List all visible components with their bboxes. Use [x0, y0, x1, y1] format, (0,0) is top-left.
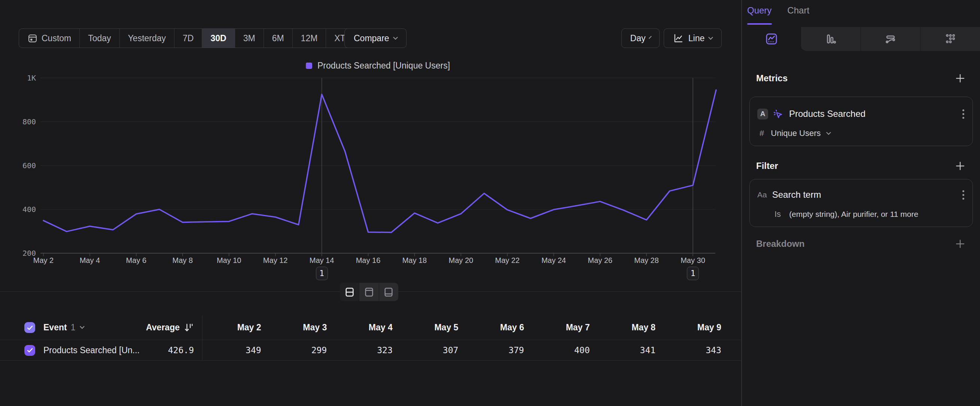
filter-operator[interactable]: Is — [775, 209, 781, 219]
chevron-down-icon — [393, 35, 398, 40]
check-icon — [27, 347, 33, 353]
cell-value: 379 — [465, 340, 531, 360]
plus-icon — [955, 238, 966, 250]
tab-chart[interactable]: Chart — [787, 5, 809, 16]
event-cursor-icon — [772, 108, 784, 120]
column-header: May 3 — [268, 315, 334, 340]
breakdown-section-header: Breakdown — [756, 238, 966, 250]
layout-split-button[interactable] — [340, 283, 360, 301]
metric-card[interactable]: A Products Searched # Unique Users — [749, 97, 973, 146]
average-column-header: Average — [146, 322, 180, 333]
chart-type-tabs — [742, 27, 980, 51]
layout-table-only-icon — [383, 287, 394, 298]
x-axis-tick: May 26 — [579, 256, 620, 265]
chevron-down-icon — [649, 36, 652, 38]
main-chart-area: Custom Today Yesterday 7D 30D 3M 6M 12M … — [0, 0, 741, 406]
metric-name: Products Searched — [789, 108, 865, 119]
range-7d-button[interactable]: 7D — [175, 29, 202, 48]
annotation-marker[interactable]: 1 — [687, 267, 699, 280]
x-axis-tick: May 6 — [116, 256, 157, 265]
x-axis-tick: May 10 — [208, 256, 250, 265]
column-header: May 2 — [202, 315, 268, 340]
layout-table-only-button[interactable] — [379, 283, 398, 301]
tab-bar-chart[interactable] — [801, 27, 861, 51]
tab-retention[interactable] — [920, 27, 980, 51]
compare-button[interactable]: Compare — [344, 29, 407, 48]
add-breakdown-button[interactable] — [955, 238, 966, 250]
filter-card[interactable]: Aa Search term Is (empty string), Air pu… — [749, 179, 973, 227]
chart-type-button[interactable]: Line — [664, 29, 722, 48]
x-axis-tick: May 30 — [672, 256, 713, 265]
range-12m-button[interactable]: 12M — [293, 29, 326, 48]
layout-toggle-group — [340, 283, 398, 301]
cell-value: 299 — [268, 340, 334, 360]
column-header: May 6 — [465, 315, 531, 340]
calendar-icon — [27, 33, 38, 43]
tab-flow[interactable] — [861, 27, 921, 51]
x-axis-tick: May 22 — [487, 256, 528, 265]
table-row[interactable]: Products Searched [Un... 426.9 349 299 3… — [0, 340, 741, 361]
chevron-down-icon[interactable] — [80, 324, 85, 329]
select-all-checkbox[interactable] — [24, 322, 35, 333]
add-metric-button[interactable] — [955, 73, 966, 84]
range-6m-button[interactable]: 6M — [264, 29, 293, 48]
y-axis-tick: 200 — [10, 249, 36, 258]
filter-value[interactable]: (empty string), Air purifier, or 11 more — [789, 210, 918, 219]
y-axis-tick: 600 — [10, 161, 36, 170]
y-axis-tick: 400 — [10, 205, 36, 214]
y-axis-tick: 800 — [10, 117, 36, 126]
row-checkbox[interactable] — [24, 345, 35, 356]
table-header-row: Event 1 Average May 2 May 3 May 4 May 5 … — [0, 315, 741, 340]
column-header: May 7 — [531, 315, 597, 340]
chevron-down-icon[interactable] — [826, 130, 831, 135]
layout-chart-only-button[interactable] — [360, 283, 379, 301]
date-header-cells: May 2 May 3 May 4 May 5 May 6 May 7 May … — [202, 315, 728, 340]
chart-type-tab-strip — [801, 27, 980, 51]
average-value: 426.9 — [168, 345, 194, 355]
string-type-icon: Aa — [757, 190, 767, 199]
column-header: May 4 — [334, 315, 399, 340]
aggregation-selector[interactable]: Unique Users — [771, 129, 821, 138]
metric-menu-button[interactable] — [963, 109, 964, 119]
results-table: Event 1 Average May 2 May 3 May 4 May 5 … — [0, 315, 741, 361]
table-column-divider — [202, 315, 202, 361]
x-axis-tick: May 8 — [162, 256, 203, 265]
chevron-down-icon — [708, 35, 713, 40]
event-count: 1 — [71, 322, 76, 333]
panel-tabs: Query Chart — [747, 5, 809, 16]
range-label: Custom — [41, 33, 71, 43]
filter-property-name: Search term — [772, 189, 821, 200]
range-3m-button[interactable]: 3M — [235, 29, 264, 48]
x-axis-tick: May 16 — [348, 256, 389, 265]
metrics-title: Metrics — [756, 73, 788, 84]
value-cells: 349 299 323 307 379 400 341 343 — [202, 340, 728, 360]
cell-value: 400 — [531, 340, 597, 360]
column-header: May 9 — [662, 315, 728, 340]
series-line[interactable] — [43, 90, 716, 232]
filter-menu-button[interactable] — [963, 190, 964, 200]
range-today-button[interactable]: Today — [80, 29, 119, 48]
add-filter-button[interactable] — [955, 160, 966, 172]
x-axis-tick: May 18 — [394, 256, 435, 265]
legend-swatch — [306, 62, 312, 69]
x-axis-tick: May 28 — [626, 256, 667, 265]
range-yesterday-button[interactable]: Yesterday — [120, 29, 175, 48]
metrics-section-header: Metrics — [756, 73, 966, 84]
chart-legend[interactable]: Products Searched [Unique Users] — [40, 61, 715, 71]
range-custom-button[interactable]: Custom — [19, 29, 80, 48]
annotation-marker[interactable]: 1 — [316, 267, 328, 280]
tab-insights[interactable] — [742, 27, 801, 51]
x-axis-tick: May 20 — [440, 256, 481, 265]
column-header: May 5 — [399, 315, 465, 340]
filter-section-header: Filter — [756, 160, 966, 172]
dots-grid-icon — [944, 33, 957, 45]
granularity-button[interactable]: Day — [621, 29, 660, 48]
y-axis-tick: 1K — [10, 73, 36, 83]
range-30d-button[interactable]: 30D — [202, 29, 235, 48]
sort-icon[interactable] — [183, 322, 194, 333]
tab-query[interactable]: Query — [747, 5, 772, 16]
query-panel: Query Chart — [742, 0, 980, 406]
x-axis-tick: May 4 — [69, 256, 110, 265]
layout-split-icon — [344, 287, 355, 298]
cell-value: 341 — [597, 340, 663, 360]
